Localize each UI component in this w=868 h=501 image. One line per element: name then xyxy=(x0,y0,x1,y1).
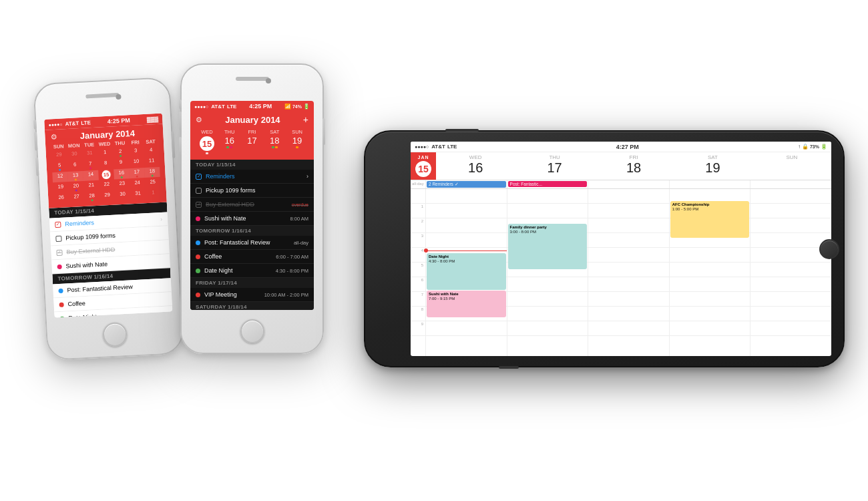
vol-up-button[interactable] xyxy=(179,112,182,130)
network: LTE xyxy=(447,144,457,150)
all-day-thu: Post: Fantastic... xyxy=(507,180,588,188)
top-button[interactable] xyxy=(445,129,479,132)
day-headers-row: WED 16 THU 17 FRI 18 SAT 19 xyxy=(436,152,831,180)
signal-icon: ●●●●○ xyxy=(415,144,429,149)
event-date-night[interactable]: Date Night 4:30 - 8:00 PM xyxy=(427,253,506,290)
event-time: 8:00 AM xyxy=(290,216,308,222)
phone2: ●●●●○ AT&T LTE 4:25 PM 📶 74% 🔋 ⚙ January… xyxy=(180,63,324,354)
event-indicators xyxy=(226,146,232,148)
add-event-icon[interactable]: + xyxy=(303,114,308,125)
vol-up-button[interactable] xyxy=(34,132,37,150)
battery-icon: 🔋 xyxy=(303,104,310,110)
checkbox[interactable] xyxy=(55,235,61,241)
event-dot xyxy=(196,293,200,297)
bottom-button xyxy=(499,366,519,369)
item-label: Reminders xyxy=(206,173,235,180)
status-right: ↑ 🔒 73% 🔋 xyxy=(798,144,827,150)
vol-down-button[interactable] xyxy=(179,137,182,156)
mute-button[interactable] xyxy=(33,120,37,129)
time-display: 4:27 PM xyxy=(616,144,639,150)
network: LTE xyxy=(81,120,91,126)
event-dot xyxy=(196,255,200,259)
item-label: Sushi with Nate xyxy=(204,215,246,222)
section-saturday: SATURDAY 1/18/14 xyxy=(190,302,314,310)
speaker xyxy=(85,93,119,99)
time-labels: 1 2 3 4 5 6 7 8 9 xyxy=(411,189,425,356)
list-item[interactable]: Sushi with Nate 8:00 AM xyxy=(190,212,314,226)
event-sushi[interactable]: Sushi with Nate 7:00 - 9:15 PM xyxy=(427,291,506,317)
month-title: January 2014 xyxy=(202,115,303,125)
list-item[interactable]: ✓ Buy External HDD overdue xyxy=(190,198,314,212)
checkbox[interactable]: ✓ xyxy=(55,221,61,227)
event-dot xyxy=(57,264,61,269)
settings-icon[interactable]: ⚙ xyxy=(50,133,57,142)
phone2-screen: ●●●●○ AT&T LTE 4:25 PM 📶 74% 🔋 ⚙ January… xyxy=(190,101,314,310)
status-left: ●●●●○ AT&T LTE xyxy=(194,104,236,110)
list-item[interactable]: Post: Fantastical Review all-day xyxy=(190,236,314,250)
day-col-sat: AFC Championship 1:00 - 5:00 PM xyxy=(669,189,750,356)
week-day-sun[interactable]: SUN 19 xyxy=(286,126,308,157)
battery-icon: ▓▓▓ xyxy=(147,116,159,122)
home-button[interactable] xyxy=(819,239,839,259)
checkbox[interactable] xyxy=(196,188,202,194)
col-header-fri[interactable]: FRI 18 xyxy=(594,152,673,180)
list-item[interactable]: Date Night 4:30 - 8:00 PM xyxy=(190,264,314,278)
event-indicators xyxy=(206,152,208,154)
col-header-sat[interactable]: SAT 19 xyxy=(673,152,752,180)
location-icon: ↑ xyxy=(798,144,801,150)
calendar-header-p2: ⚙ January 2014 + WED 15 THU 16 xyxy=(190,112,314,160)
list-item[interactable]: Coffee 6:00 - 7:00 AM xyxy=(190,250,314,264)
jan-block: JAN 15 xyxy=(411,152,436,180)
event-time: 10:00 AM - 2:00 PM xyxy=(264,292,308,298)
item-label: Coffee xyxy=(204,253,222,260)
day-col-wed: Date Night 4:30 - 8:00 PM Sushi with Nat… xyxy=(425,189,507,356)
home-button[interactable] xyxy=(102,322,128,347)
phone1-screen: ●●●●○ AT&T LTE 4:25 PM ▓▓▓ ⚙ January 201… xyxy=(44,114,172,318)
carrier: AT&T xyxy=(431,144,445,150)
item-label: Post: Fantastical Review xyxy=(67,283,133,293)
power-button[interactable] xyxy=(171,132,175,158)
event-dot xyxy=(60,316,65,317)
col-header-wed[interactable]: WED 16 xyxy=(436,152,515,180)
week-day-fri[interactable]: FRI 17 xyxy=(241,126,264,157)
item-label: Buy External HDD xyxy=(66,246,115,256)
status-bar-p2: ●●●●○ AT&T LTE 4:25 PM 📶 74% 🔋 xyxy=(190,101,314,112)
mini-calendar: SUNMONTUEWEDTHUFRISAT 29 30 31 1 2 3 4 5… xyxy=(51,138,161,204)
chevron-icon: › xyxy=(306,173,308,180)
list-item[interactable]: ✓ Reminders › xyxy=(190,170,314,184)
item-label: Coffee xyxy=(67,300,85,307)
week-day-sat[interactable]: SAT 18 xyxy=(263,126,286,157)
home-button[interactable] xyxy=(240,319,264,343)
list-item[interactable]: VIP Meeting 10:00 AM - 2:00 PM xyxy=(190,288,314,302)
event-dot xyxy=(58,288,63,293)
all-day-event[interactable]: Post: Fantastic... xyxy=(508,181,588,187)
event-time: 6:00 - 7:00 AM xyxy=(276,254,308,260)
all-day-event[interactable]: 2 Reminders ✓ xyxy=(427,181,506,188)
checkbox[interactable]: ✓ xyxy=(196,174,202,180)
settings-icon[interactable]: ⚙ xyxy=(196,116,202,124)
signal-icon: ●●●●○ xyxy=(194,104,208,109)
camera xyxy=(116,94,121,100)
week-day-thu[interactable]: THU 16 xyxy=(218,126,241,157)
checkbox[interactable]: ✓ xyxy=(56,249,62,255)
checkbox[interactable]: ✓ xyxy=(196,202,202,208)
day-col-sun xyxy=(750,189,831,356)
item-label: VIP Meeting xyxy=(204,291,237,298)
phone3-screen: ●●●●○ AT&T LTE 4:27 PM ↑ 🔒 73% 🔋 JAN 15 xyxy=(411,142,831,356)
week-strip: WED 15 THU 16 xyxy=(196,126,308,157)
section-tomorrow: TOMORROW 1/16/14 xyxy=(190,226,314,236)
list-item[interactable]: Pickup 1099 forms xyxy=(190,184,314,198)
event-afc[interactable]: AFC Championship 1:00 - 5:00 PM xyxy=(670,201,750,238)
vol-down-button[interactable] xyxy=(35,157,39,176)
power-button[interactable] xyxy=(322,118,325,145)
item-label: Reminders xyxy=(65,219,94,227)
col-header-sun[interactable]: SUN xyxy=(752,152,831,180)
mute-button[interactable] xyxy=(179,100,182,109)
week-day-wed[interactable]: WED 15 xyxy=(196,126,218,157)
all-day-wed: 2 Reminders ✓ xyxy=(425,180,507,188)
event-indicators xyxy=(296,146,298,148)
col-header-thu[interactable]: THU 17 xyxy=(515,152,594,180)
day-col-fri xyxy=(588,189,669,356)
event-family-dinner[interactable]: Family dinner party 3:00 - 8:00 PM xyxy=(508,224,588,269)
event-dot xyxy=(196,216,200,221)
